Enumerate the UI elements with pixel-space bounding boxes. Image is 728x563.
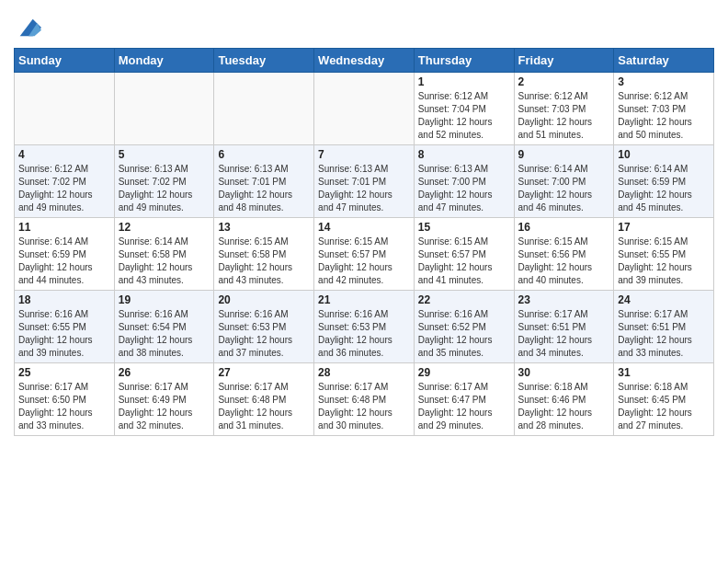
day-cell-31: 31Sunrise: 6:18 AM Sunset: 6:45 PM Dayli…	[614, 363, 714, 436]
day-cell-15: 15Sunrise: 6:15 AM Sunset: 6:57 PM Dayli…	[414, 218, 514, 291]
day-info: Sunrise: 6:18 AM Sunset: 6:46 PM Dayligh…	[518, 381, 610, 432]
day-number: 25	[18, 366, 110, 379]
day-number: 24	[618, 293, 710, 306]
day-cell-8: 8Sunrise: 6:13 AM Sunset: 7:00 PM Daylig…	[414, 145, 514, 218]
day-info: Sunrise: 6:12 AM Sunset: 7:03 PM Dayligh…	[618, 90, 710, 142]
day-info: Sunrise: 6:15 AM Sunset: 6:57 PM Dayligh…	[418, 236, 510, 287]
day-cell-6: 6Sunrise: 6:13 AM Sunset: 7:01 PM Daylig…	[214, 145, 314, 218]
day-number: 18	[18, 293, 110, 306]
day-number: 2	[518, 75, 610, 88]
day-info: Sunrise: 6:14 AM Sunset: 6:59 PM Dayligh…	[18, 236, 110, 287]
day-number: 26	[119, 366, 210, 379]
day-cell-1: 1Sunrise: 6:12 AM Sunset: 7:04 PM Daylig…	[414, 73, 514, 145]
day-cell-7: 7Sunrise: 6:13 AM Sunset: 7:01 PM Daylig…	[314, 145, 415, 218]
day-info: Sunrise: 6:13 AM Sunset: 7:00 PM Dayligh…	[418, 163, 510, 214]
day-cell-23: 23Sunrise: 6:17 AM Sunset: 6:51 PM Dayli…	[514, 291, 614, 363]
calendar-header: SundayMondayTuesdayWednesdayThursdayFrid…	[15, 49, 714, 73]
day-number: 15	[418, 221, 510, 234]
day-cell-17: 17Sunrise: 6:15 AM Sunset: 6:55 PM Dayli…	[614, 218, 714, 291]
day-number: 23	[518, 293, 610, 306]
day-cell-3: 3Sunrise: 6:12 AM Sunset: 7:03 PM Daylig…	[614, 73, 714, 145]
day-header-saturday: Saturday	[614, 49, 714, 73]
day-header-wednesday: Wednesday	[314, 49, 415, 73]
day-number: 4	[18, 148, 110, 161]
day-info: Sunrise: 6:12 AM Sunset: 7:04 PM Dayligh…	[418, 90, 510, 142]
day-cell-30: 30Sunrise: 6:18 AM Sunset: 6:46 PM Dayli…	[514, 363, 614, 436]
day-cell-empty	[214, 73, 314, 145]
day-number: 28	[318, 366, 410, 379]
logo	[14, 15, 41, 40]
day-number: 5	[119, 148, 210, 161]
day-cell-21: 21Sunrise: 6:16 AM Sunset: 6:53 PM Dayli…	[314, 291, 415, 363]
day-header-friday: Friday	[514, 49, 614, 73]
day-info: Sunrise: 6:17 AM Sunset: 6:47 PM Dayligh…	[418, 381, 510, 432]
day-info: Sunrise: 6:16 AM Sunset: 6:53 PM Dayligh…	[318, 308, 410, 360]
day-number: 17	[618, 221, 710, 234]
day-cell-27: 27Sunrise: 6:17 AM Sunset: 6:48 PM Dayli…	[214, 363, 314, 436]
day-info: Sunrise: 6:17 AM Sunset: 6:49 PM Dayligh…	[119, 381, 210, 432]
day-info: Sunrise: 6:18 AM Sunset: 6:45 PM Dayligh…	[618, 381, 710, 432]
week-row-3: 11Sunrise: 6:14 AM Sunset: 6:59 PM Dayli…	[15, 218, 714, 291]
day-cell-28: 28Sunrise: 6:17 AM Sunset: 6:48 PM Dayli…	[314, 363, 415, 436]
day-cell-empty	[314, 73, 415, 145]
day-info: Sunrise: 6:14 AM Sunset: 7:00 PM Dayligh…	[518, 163, 610, 214]
day-number: 6	[218, 148, 310, 161]
page: SundayMondayTuesdayWednesdayThursdayFrid…	[0, 0, 728, 563]
day-cell-19: 19Sunrise: 6:16 AM Sunset: 6:54 PM Dayli…	[114, 291, 214, 363]
day-cell-empty	[114, 73, 214, 145]
day-cell-24: 24Sunrise: 6:17 AM Sunset: 6:51 PM Dayli…	[614, 291, 714, 363]
day-cell-14: 14Sunrise: 6:15 AM Sunset: 6:57 PM Dayli…	[314, 218, 415, 291]
day-info: Sunrise: 6:15 AM Sunset: 6:55 PM Dayligh…	[618, 236, 710, 287]
day-number: 20	[218, 293, 310, 306]
day-info: Sunrise: 6:15 AM Sunset: 6:56 PM Dayligh…	[518, 236, 610, 287]
day-number: 21	[318, 293, 410, 306]
week-row-5: 25Sunrise: 6:17 AM Sunset: 6:50 PM Dayli…	[15, 363, 714, 436]
day-cell-2: 2Sunrise: 6:12 AM Sunset: 7:03 PM Daylig…	[514, 73, 614, 145]
day-number: 19	[119, 293, 210, 306]
day-info: Sunrise: 6:17 AM Sunset: 6:51 PM Dayligh…	[618, 308, 710, 360]
day-number: 12	[119, 221, 210, 234]
day-number: 16	[518, 221, 610, 234]
day-number: 13	[218, 221, 310, 234]
day-info: Sunrise: 6:13 AM Sunset: 7:01 PM Dayligh…	[318, 163, 410, 214]
day-number: 9	[518, 148, 610, 161]
day-header-sunday: Sunday	[15, 49, 115, 73]
week-row-4: 18Sunrise: 6:16 AM Sunset: 6:55 PM Dayli…	[15, 291, 714, 363]
week-row-2: 4Sunrise: 6:12 AM Sunset: 7:02 PM Daylig…	[15, 145, 714, 218]
day-number: 29	[418, 366, 510, 379]
day-info: Sunrise: 6:12 AM Sunset: 7:03 PM Dayligh…	[518, 90, 610, 142]
day-cell-20: 20Sunrise: 6:16 AM Sunset: 6:53 PM Dayli…	[214, 291, 314, 363]
day-cell-10: 10Sunrise: 6:14 AM Sunset: 6:59 PM Dayli…	[614, 145, 714, 218]
week-row-1: 1Sunrise: 6:12 AM Sunset: 7:04 PM Daylig…	[15, 73, 714, 145]
day-number: 14	[318, 221, 410, 234]
day-cell-13: 13Sunrise: 6:15 AM Sunset: 6:58 PM Dayli…	[214, 218, 314, 291]
day-info: Sunrise: 6:15 AM Sunset: 6:58 PM Dayligh…	[218, 236, 310, 287]
day-cell-29: 29Sunrise: 6:17 AM Sunset: 6:47 PM Dayli…	[414, 363, 514, 436]
day-info: Sunrise: 6:16 AM Sunset: 6:53 PM Dayligh…	[218, 308, 310, 360]
days-of-week-row: SundayMondayTuesdayWednesdayThursdayFrid…	[15, 49, 714, 73]
day-number: 27	[218, 366, 310, 379]
day-cell-4: 4Sunrise: 6:12 AM Sunset: 7:02 PM Daylig…	[15, 145, 115, 218]
day-number: 30	[518, 366, 610, 379]
day-info: Sunrise: 6:16 AM Sunset: 6:55 PM Dayligh…	[18, 308, 110, 360]
day-number: 31	[618, 366, 710, 379]
logo-icon	[16, 15, 41, 40]
day-cell-11: 11Sunrise: 6:14 AM Sunset: 6:59 PM Dayli…	[15, 218, 115, 291]
calendar-table: SundayMondayTuesdayWednesdayThursdayFrid…	[14, 48, 714, 436]
day-number: 7	[318, 148, 410, 161]
day-cell-25: 25Sunrise: 6:17 AM Sunset: 6:50 PM Dayli…	[15, 363, 115, 436]
day-info: Sunrise: 6:12 AM Sunset: 7:02 PM Dayligh…	[18, 163, 110, 214]
day-cell-5: 5Sunrise: 6:13 AM Sunset: 7:02 PM Daylig…	[114, 145, 214, 218]
day-info: Sunrise: 6:13 AM Sunset: 7:02 PM Dayligh…	[119, 163, 210, 214]
header	[14, 9, 714, 40]
day-info: Sunrise: 6:15 AM Sunset: 6:57 PM Dayligh…	[318, 236, 410, 287]
day-header-tuesday: Tuesday	[214, 49, 314, 73]
day-number: 10	[618, 148, 710, 161]
day-info: Sunrise: 6:16 AM Sunset: 6:52 PM Dayligh…	[418, 308, 510, 360]
day-info: Sunrise: 6:13 AM Sunset: 7:01 PM Dayligh…	[218, 163, 310, 214]
day-header-monday: Monday	[114, 49, 214, 73]
day-cell-empty	[15, 73, 115, 145]
day-cell-18: 18Sunrise: 6:16 AM Sunset: 6:55 PM Dayli…	[15, 291, 115, 363]
day-number: 22	[418, 293, 510, 306]
day-info: Sunrise: 6:14 AM Sunset: 6:58 PM Dayligh…	[119, 236, 210, 287]
